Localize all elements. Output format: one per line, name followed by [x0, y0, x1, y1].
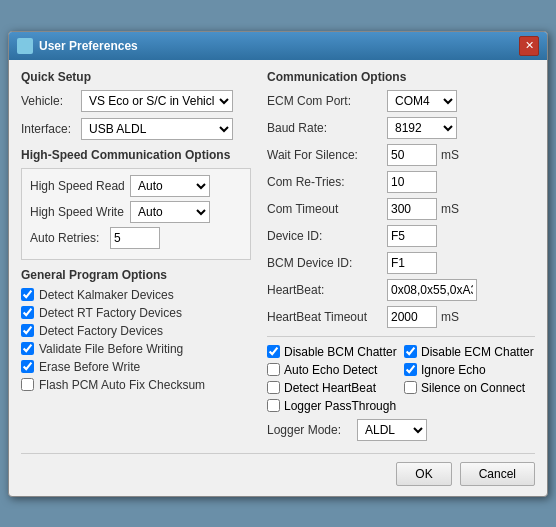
check-validate-file-label: Validate File Before Writing — [39, 342, 183, 356]
com-retries-input[interactable] — [387, 171, 437, 193]
ecm-com-port-select[interactable]: COM4COM1COM2COM3 — [387, 90, 457, 112]
device-id-label: Device ID: — [267, 229, 387, 243]
wait-silence-label: Wait For Silence: — [267, 148, 387, 162]
check-validate-file[interactable] — [21, 342, 34, 355]
check-disable-ecm-chatter[interactable] — [404, 345, 417, 358]
vehicle-label: Vehicle: — [21, 94, 81, 108]
wait-silence-input[interactable] — [387, 144, 437, 166]
check-auto-echo-detect-label: Auto Echo Detect — [284, 363, 377, 377]
check-logger-passthrough[interactable] — [267, 399, 280, 412]
cancel-button[interactable]: Cancel — [460, 462, 535, 486]
check-rt-factory-label: Detect RT Factory Devices — [39, 306, 182, 320]
check-flash-pcm[interactable] — [21, 378, 34, 391]
auto-retries-label: Auto Retries: — [30, 231, 110, 245]
window-icon — [17, 38, 33, 54]
gpo-title: General Program Options — [21, 268, 251, 282]
heartbeat-input[interactable] — [387, 279, 477, 301]
check-flash-pcm-label: Flash PCM Auto Fix Checksum — [39, 378, 205, 392]
check-auto-echo-detect[interactable] — [267, 363, 280, 376]
logger-mode-label: Logger Mode: — [267, 423, 357, 437]
check-kalmaker[interactable] — [21, 288, 34, 301]
hs-write-label: High Speed Write — [30, 205, 130, 219]
com-timeout-label: Com Timeout — [267, 202, 387, 216]
heartbeat-label: HeartBeat: — [267, 283, 387, 297]
check-factory-devices-label: Detect Factory Devices — [39, 324, 163, 338]
comm-options-title: Communication Options — [267, 70, 535, 84]
check-detect-heartbeat[interactable] — [267, 381, 280, 394]
check-silence-on-connect[interactable] — [404, 381, 417, 394]
heartbeat-timeout-label: HeartBeat Timeout — [267, 310, 387, 324]
hs-write-select[interactable]: Auto — [130, 201, 210, 223]
check-detect-heartbeat-label: Detect HeartBeat — [284, 381, 376, 395]
check-disable-bcm-chatter[interactable] — [267, 345, 280, 358]
check-ignore-echo[interactable] — [404, 363, 417, 376]
check-disable-ecm-chatter-label: Disable ECM Chatter — [421, 345, 534, 359]
title-bar: User Preferences ✕ — [9, 32, 547, 60]
user-preferences-window: User Preferences ✕ Quick Setup Vehicle: … — [8, 31, 548, 497]
heartbeat-timeout-input[interactable] — [387, 306, 437, 328]
auto-retries-input[interactable]: 5 — [110, 227, 160, 249]
window-title: User Preferences — [39, 39, 138, 53]
close-button[interactable]: ✕ — [519, 36, 539, 56]
check-erase-before-label: Erase Before Write — [39, 360, 140, 374]
check-factory-devices[interactable] — [21, 324, 34, 337]
baud-rate-select[interactable]: 81929600115200 — [387, 117, 457, 139]
interface-select[interactable]: USB ALDL — [81, 118, 233, 140]
logger-mode-select[interactable]: ALDLOther — [357, 419, 427, 441]
interface-label: Interface: — [21, 122, 81, 136]
hs-comm-title: High-Speed Communication Options — [21, 148, 251, 162]
bcm-device-id-label: BCM Device ID: — [267, 256, 387, 270]
com-timeout-input[interactable] — [387, 198, 437, 220]
bcm-device-id-input[interactable] — [387, 252, 437, 274]
check-erase-before[interactable] — [21, 360, 34, 373]
hs-read-label: High Speed Read — [30, 179, 130, 193]
check-logger-passthrough-label: Logger PassThrough — [284, 399, 396, 413]
wait-silence-unit: mS — [441, 148, 459, 162]
check-disable-bcm-chatter-label: Disable BCM Chatter — [284, 345, 397, 359]
check-silence-on-connect-label: Silence on Connect — [421, 381, 525, 395]
check-rt-factory[interactable] — [21, 306, 34, 319]
quick-setup-title: Quick Setup — [21, 70, 251, 84]
hs-read-select[interactable]: Auto — [130, 175, 210, 197]
check-kalmaker-label: Detect Kalmaker Devices — [39, 288, 174, 302]
baud-rate-label: Baud Rate: — [267, 121, 387, 135]
com-retries-label: Com Re-Tries: — [267, 175, 387, 189]
ok-button[interactable]: OK — [396, 462, 451, 486]
ecm-com-port-label: ECM Com Port: — [267, 94, 387, 108]
check-ignore-echo-label: Ignore Echo — [421, 363, 486, 377]
heartbeat-timeout-unit: mS — [441, 310, 459, 324]
com-timeout-unit: mS — [441, 202, 459, 216]
device-id-input[interactable] — [387, 225, 437, 247]
vehicle-select[interactable]: VS Eco or S/C in Vehicle — [81, 90, 233, 112]
